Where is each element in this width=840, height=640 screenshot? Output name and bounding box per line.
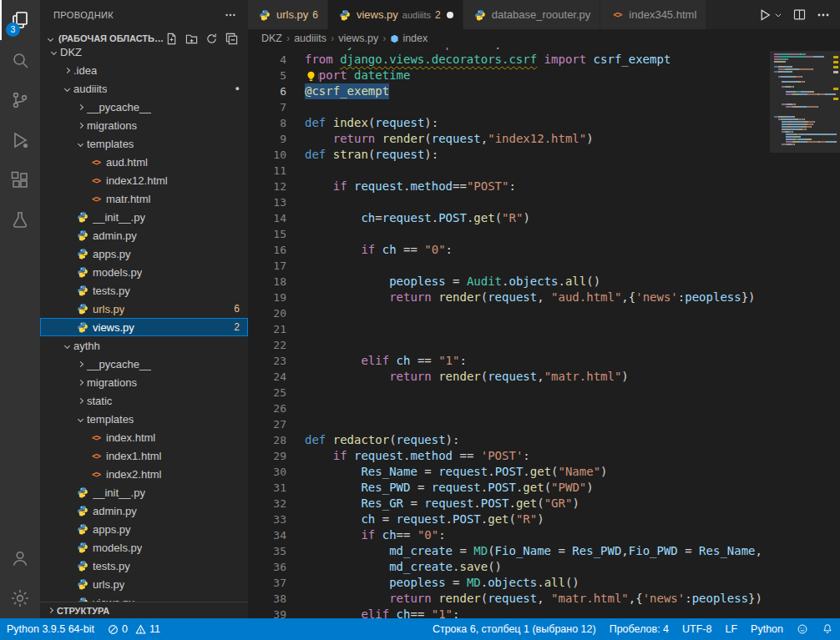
status-problems[interactable]: 011 — [101, 618, 167, 640]
tree-item-urls-py[interactable]: urls.py — [40, 575, 248, 593]
tree-item-tests-py[interactable]: tests.py — [40, 281, 248, 300]
status-indentation[interactable]: Пробелов: 4 — [603, 618, 676, 640]
tree-item-pycache[interactable]: __pycache__ — [40, 355, 248, 373]
tab-views-py[interactable]: views.pyaudiiits2 — [328, 0, 463, 29]
code-line-35[interactable]: 35 md_create = MD(Fio_Name = Res_PWD,Fio… — [248, 543, 840, 559]
code-line-34[interactable]: 34 if ch== "0": — [248, 527, 840, 543]
tree-item-tests-py[interactable]: tests.py — [40, 557, 248, 575]
tree-item-index-html[interactable]: <>index.html — [40, 428, 248, 446]
activity-extensions[interactable] — [0, 160, 40, 200]
activity-account[interactable] — [0, 538, 40, 578]
code-line-31[interactable]: 31 Res_PWD = request.POST.get("PWD") — [248, 480, 840, 496]
code-line-17[interactable]: 17 — [248, 258, 840, 274]
code-line-27[interactable]: 27 — [248, 416, 840, 432]
tree-item-views-py[interactable]: views.py2 — [40, 318, 248, 336]
code-line-5[interactable]: 5import datetime — [248, 68, 840, 83]
code-line-18[interactable]: 18 peopless = Audit.objects.all() — [248, 274, 840, 290]
tab-index345-html[interactable]: <>index345.html — [600, 0, 706, 29]
code-line-11[interactable]: 11 — [248, 163, 840, 179]
tree-item-index12-html[interactable]: <>index12.html — [40, 171, 248, 189]
tree-item-templates[interactable]: templates — [40, 134, 248, 153]
code-line-12[interactable]: 12 if request.method=="POST": — [248, 179, 840, 194]
tree-item-static[interactable]: static — [40, 391, 248, 410]
outline-section-header[interactable]: СТРУКТУРА — [40, 602, 248, 618]
tree-item-index1-html[interactable]: <>index1.html — [40, 446, 248, 465]
code-line-9[interactable]: 9 return render(request,"index12.html") — [248, 131, 840, 147]
code-line-28[interactable]: 28def redactor(request): — [248, 432, 840, 448]
code-line-7[interactable]: 7 — [248, 99, 840, 115]
code-line-14[interactable]: 14 ch=request.POST.get("R") — [248, 210, 840, 226]
tree-item-matr-html[interactable]: <>matr.html — [40, 189, 248, 208]
split-editor-icon[interactable] — [792, 8, 807, 22]
tab-database-roouter-py[interactable]: database_roouter.py — [463, 0, 601, 29]
dirty-indicator-icon[interactable] — [447, 12, 453, 18]
status-encoding[interactable]: UTF-8 — [676, 618, 718, 640]
activity-search[interactable] — [0, 40, 40, 80]
code-line-16[interactable]: 16 if ch == "0": — [248, 242, 840, 258]
tree-item-migrations[interactable]: migrations — [40, 373, 248, 391]
status-notifications[interactable] — [815, 618, 840, 640]
tree-item-audiiits[interactable]: audiiits● — [40, 79, 248, 98]
more-actions-icon[interactable] — [817, 8, 830, 22]
code-line-10[interactable]: 10def stran(request): — [248, 147, 840, 163]
code-line-29[interactable]: 29 if request.method == 'POST': — [248, 448, 840, 464]
tree-item-init-py[interactable]: __init__.py — [40, 483, 248, 501]
code-line-37[interactable]: 37 peopless = MD.objects.all() — [248, 575, 840, 591]
activity-settings[interactable] — [0, 578, 40, 618]
code-line-15[interactable]: 15 — [248, 226, 840, 242]
code-line-22[interactable]: 22 — [248, 337, 840, 353]
breadcrumb-index[interactable]: index — [390, 33, 428, 44]
tree-item-apps-py[interactable]: apps.py — [40, 520, 248, 538]
status-cursor-position[interactable]: Строка 6, столбец 1 (выбрано 12) — [426, 618, 603, 640]
code-line-39[interactable]: 39 elif ch== "1": — [248, 607, 840, 618]
code-line-26[interactable]: 26 — [248, 401, 840, 416]
code-editor[interactable]: 3from aythh.models import MD,Audit4from … — [248, 48, 840, 618]
tree-item-templates[interactable]: templates — [40, 410, 248, 428]
minimap[interactable] — [770, 48, 840, 618]
breadcrumb-audiiits[interactable]: audiiits — [294, 33, 326, 44]
tree-item-models-py[interactable]: models.py — [40, 263, 248, 281]
lightbulb-icon[interactable] — [303, 69, 318, 83]
tree-item-urls-py[interactable]: urls.py6 — [40, 300, 248, 318]
code-line-23[interactable]: 23 elif ch == "1": — [248, 353, 840, 369]
code-line-30[interactable]: 30 Res_Name = request.POST.get("Name") — [248, 464, 840, 480]
code-line-21[interactable]: 21 — [248, 321, 840, 337]
status-eol[interactable]: LF — [718, 618, 744, 640]
activity-testing[interactable] — [0, 200, 40, 240]
tree-item-admin-py[interactable]: admin.py — [40, 501, 248, 520]
status-language[interactable]: Python — [744, 618, 790, 640]
code-line-6[interactable]: 6@csrf_exempt — [248, 83, 840, 99]
code-line-33[interactable]: 33 ch = request.POST.get("R") — [248, 511, 840, 527]
breadcrumb-dkz[interactable]: DKZ — [261, 33, 282, 44]
tree-item-apps-py[interactable]: apps.py — [40, 244, 248, 263]
code-line-20[interactable]: 20 — [248, 305, 840, 321]
breadcrumb-views-py[interactable]: views.py — [338, 33, 378, 44]
views-and-more-actions-icon[interactable] — [225, 9, 236, 21]
tree-item-aythh[interactable]: aythh — [40, 336, 248, 355]
tree-item-models-py[interactable]: models.py — [40, 538, 248, 557]
status-python-version[interactable]: Python 3.9.5 64-bit — [0, 618, 101, 640]
code-line-36[interactable]: 36 md_create.save() — [248, 559, 840, 575]
tab-urls-py[interactable]: urls.py6 — [248, 0, 328, 29]
code-line-25[interactable]: 25 — [248, 385, 840, 401]
tree-item-idea[interactable]: .idea — [40, 61, 248, 79]
tree-item-aud-html[interactable]: <>aud.html — [40, 153, 248, 171]
status-feedback[interactable] — [790, 618, 815, 640]
tree-item-pycache[interactable]: __pycache__ — [40, 98, 248, 116]
tree-item-migrations[interactable]: migrations — [40, 116, 248, 134]
code-line-19[interactable]: 19 return render(request, "aud.html",{'n… — [248, 290, 840, 305]
tree-item-dkz[interactable]: DKZ — [40, 43, 248, 61]
file-tree[interactable]: DKZ.ideaaudiiits●__pycache__migrationste… — [40, 43, 248, 602]
activity-explorer[interactable]: 3 — [0, 0, 40, 40]
tree-item-views-py[interactable]: views.py — [40, 593, 248, 602]
editor-pane[interactable]: 3from aythh.models import MD,Audit4from … — [248, 48, 840, 618]
run-python-file-button[interactable] — [757, 8, 782, 23]
activity-run-debug[interactable] — [0, 120, 40, 160]
tree-item-init-py[interactable]: __init__.py — [40, 208, 248, 226]
code-line-38[interactable]: 38 return render(request, "matr.html",{'… — [248, 591, 840, 607]
code-line-24[interactable]: 24 return render(request,"matr.html") — [248, 369, 840, 385]
tree-item-admin-py[interactable]: admin.py — [40, 226, 248, 244]
activity-source-control[interactable] — [0, 80, 40, 120]
code-line-13[interactable]: 13 — [248, 194, 840, 210]
tree-item-index2-html[interactable]: <>index2.html — [40, 465, 248, 483]
